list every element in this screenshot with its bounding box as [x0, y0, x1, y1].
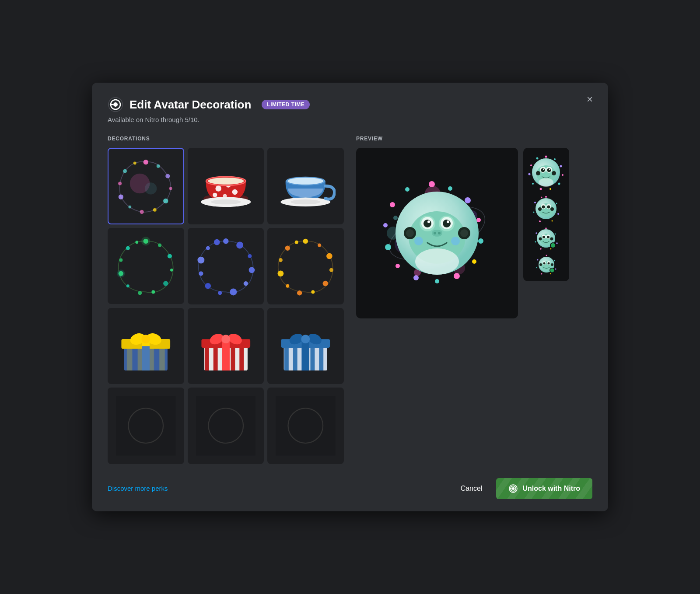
svg-point-157: [530, 164, 532, 166]
svg-point-120: [405, 187, 410, 192]
preview-label: PREVIEW: [356, 136, 592, 142]
decorations-grid: [108, 148, 344, 464]
svg-point-111: [478, 238, 483, 244]
svg-point-184: [542, 206, 545, 209]
svg-point-2: [113, 102, 118, 107]
svg-point-66: [286, 284, 290, 288]
svg-point-69: [285, 246, 290, 251]
svg-point-60: [318, 243, 322, 247]
nitro-icon: [108, 97, 123, 112]
decoration-item-3[interactable]: [267, 148, 344, 224]
svg-point-209: [541, 273, 542, 275]
svg-point-112: [472, 259, 476, 264]
svg-point-168: [536, 171, 540, 175]
close-button[interactable]: ×: [582, 91, 598, 107]
decoration-item-10[interactable]: [108, 388, 184, 464]
svg-point-65: [297, 290, 302, 295]
svg-point-191: [550, 248, 552, 250]
svg-point-186: [538, 207, 542, 211]
svg-point-141: [414, 237, 423, 245]
discover-perks-link[interactable]: Discover more perks: [108, 485, 168, 492]
svg-point-70: [295, 241, 298, 244]
svg-point-170: [539, 178, 553, 187]
svg-point-164: [541, 168, 545, 172]
svg-point-87: [221, 335, 230, 343]
modal-header: Edit Avatar Decoration LIMITED TIME: [108, 97, 592, 112]
svg-point-208: [550, 273, 550, 274]
decoration-item-4[interactable]: [108, 228, 184, 304]
svg-point-206: [553, 260, 554, 261]
unlock-nitro-button[interactable]: Unlock with Nitro: [496, 478, 592, 499]
decoration-item-2[interactable]: [188, 148, 264, 224]
svg-point-43: [126, 246, 130, 250]
svg-point-188: [545, 227, 547, 229]
svg-point-200: [547, 236, 550, 238]
svg-rect-98: [196, 396, 256, 456]
decoration-item-7[interactable]: [108, 308, 184, 384]
cancel-button[interactable]: Cancel: [453, 480, 490, 497]
svg-point-34: [158, 243, 161, 247]
decoration-item-11[interactable]: [188, 388, 264, 464]
svg-point-221: [550, 269, 554, 273]
svg-point-114: [435, 279, 439, 283]
svg-point-156: [528, 173, 531, 175]
preview-size-medium: [528, 195, 565, 223]
svg-point-117: [385, 244, 391, 250]
unlock-nitro-label: Unlock with Nitro: [522, 485, 580, 493]
content-area: DECORATIONS: [108, 136, 592, 464]
decoration-item-1[interactable]: [108, 148, 184, 224]
svg-point-116: [396, 264, 400, 268]
svg-point-58: [214, 239, 220, 245]
svg-point-46: [117, 269, 125, 277]
svg-point-204: [551, 243, 555, 248]
decoration-item-5[interactable]: [188, 228, 264, 304]
svg-point-44: [135, 241, 138, 244]
svg-point-192: [540, 248, 542, 250]
svg-point-177: [534, 202, 536, 203]
svg-point-140: [438, 232, 441, 234]
svg-rect-96: [116, 396, 176, 456]
svg-point-109: [465, 197, 471, 203]
decorations-label: DECORATIONS: [108, 136, 344, 142]
svg-point-63: [323, 281, 329, 287]
preview-main-display: [356, 148, 518, 318]
svg-rect-100: [276, 396, 336, 456]
preview-main-row: [356, 148, 592, 318]
decoration-item-12[interactable]: [267, 388, 344, 464]
svg-point-61: [326, 253, 332, 259]
svg-point-56: [197, 257, 204, 264]
svg-point-151: [562, 174, 564, 176]
svg-point-223: [511, 486, 516, 491]
svg-point-165: [547, 168, 551, 172]
svg-point-107: [429, 181, 435, 187]
svg-point-19: [215, 185, 221, 192]
svg-point-139: [434, 232, 436, 234]
svg-point-152: [558, 183, 560, 185]
svg-point-26: [208, 178, 244, 185]
svg-point-136: [427, 220, 430, 223]
svg-point-47: [223, 238, 229, 244]
svg-point-52: [230, 288, 237, 295]
svg-point-210: [536, 267, 537, 268]
svg-point-224: [512, 487, 514, 490]
modal-footer: Discover more perks Cancel Unlock with N…: [108, 478, 592, 499]
svg-point-62: [329, 268, 333, 272]
decoration-item-9[interactable]: [267, 308, 344, 384]
svg-point-50: [248, 267, 255, 273]
svg-rect-92: [302, 339, 309, 370]
svg-point-222: [509, 485, 517, 493]
svg-point-95: [301, 335, 310, 343]
svg-point-57: [206, 246, 210, 250]
svg-point-42: [119, 259, 122, 262]
svg-point-35: [168, 254, 172, 258]
svg-point-148: [545, 156, 547, 158]
svg-point-108: [448, 186, 452, 191]
svg-point-48: [236, 241, 243, 248]
svg-point-158: [536, 157, 539, 160]
svg-point-167: [549, 169, 550, 170]
decoration-item-8[interactable]: [188, 308, 264, 384]
decoration-item-6[interactable]: [267, 228, 344, 304]
subtitle-text: Available on Nitro through 5/10.: [108, 116, 592, 123]
svg-point-171: [545, 196, 547, 198]
svg-point-32: [291, 199, 321, 204]
